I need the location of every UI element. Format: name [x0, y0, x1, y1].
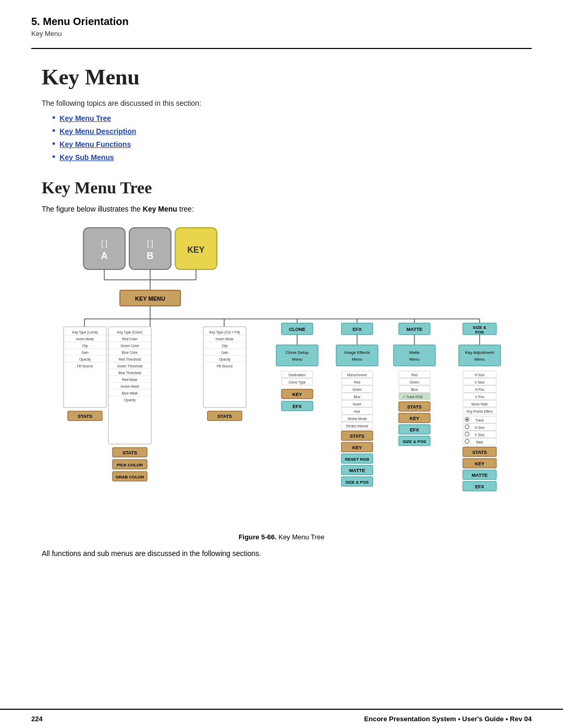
- svg-text:EFX: EFX: [475, 484, 484, 489]
- svg-text:Red Mask: Red Mask: [122, 378, 138, 381]
- svg-text:Opacity: Opacity: [219, 357, 231, 362]
- svg-text:Clone Type: Clone Type: [289, 380, 306, 385]
- svg-text:POS: POS: [475, 330, 485, 335]
- svg-text:STATS: STATS: [123, 450, 137, 455]
- svg-text:MATTE: MATTE: [407, 327, 422, 332]
- svg-text:EFX: EFX: [352, 327, 362, 332]
- breadcrumb: Key Menu: [31, 30, 532, 38]
- svg-text:[ ]: [ ]: [101, 239, 107, 248]
- svg-text:Blue Color: Blue Color: [122, 351, 138, 354]
- svg-text:Monochrome: Monochrome: [347, 373, 367, 377]
- svg-text:KEY: KEY: [292, 392, 302, 397]
- svg-text:Red Threshold: Red Threshold: [119, 357, 141, 361]
- figure-intro: The figure below illustrates the Key Men…: [42, 205, 521, 213]
- section-title: 5. Menu Orientation: [31, 16, 532, 28]
- svg-text:Rate: Rate: [476, 440, 483, 444]
- svg-text:STATS: STATS: [78, 414, 92, 419]
- svg-text:Green Color: Green Color: [120, 344, 139, 348]
- closing-text: All functions and sub menus are discusse…: [42, 549, 521, 558]
- svg-text:Menu: Menu: [409, 357, 420, 362]
- svg-point-176: [465, 432, 469, 436]
- svg-text:STATS: STATS: [217, 414, 232, 419]
- svg-text:Green Mask: Green Mask: [120, 385, 139, 388]
- svg-text:✓: ✓: [402, 395, 406, 399]
- svg-text:KEY: KEY: [475, 461, 485, 466]
- svg-text:Opacity: Opacity: [79, 357, 91, 362]
- svg-text:Fill Source: Fill Source: [77, 364, 93, 368]
- svg-text:Track RGB: Track RGB: [406, 395, 423, 399]
- svg-text:Matte: Matte: [409, 350, 420, 355]
- svg-point-173: [465, 425, 469, 429]
- svg-text:STATS: STATS: [472, 450, 487, 455]
- key-menu-tree-link[interactable]: Key Menu Tree: [59, 114, 111, 122]
- svg-text:Invert: Invert: [353, 402, 361, 406]
- svg-text:KEY: KEY: [352, 445, 362, 450]
- svg-text:Green Threshold: Green Threshold: [117, 364, 143, 368]
- svg-text:STATS: STATS: [350, 434, 364, 439]
- svg-text:Move Rate: Move Rate: [471, 402, 488, 406]
- figure-caption: Figure 5-66. Key Menu Tree: [42, 533, 521, 541]
- svg-text:EFX: EFX: [292, 404, 302, 409]
- svg-text:Blue Mask: Blue Mask: [122, 391, 138, 395]
- svg-text:Green: Green: [410, 380, 419, 384]
- svg-rect-129: [394, 345, 435, 366]
- svg-text:Key Type (Cut + Fill): Key Type (Cut + Fill): [210, 330, 240, 335]
- svg-text:Destination: Destination: [289, 373, 306, 377]
- svg-text:Menu: Menu: [474, 357, 485, 362]
- svg-text:Gain: Gain: [221, 351, 228, 354]
- tree-diagram: [ ] A [ ] B KEY KEY MENU: [52, 223, 511, 527]
- svg-text:Clone Setup: Clone Setup: [286, 350, 309, 355]
- svg-text:KEY: KEY: [410, 416, 420, 421]
- svg-text:H Size: H Size: [474, 426, 485, 429]
- svg-text:Clip: Clip: [222, 344, 228, 348]
- list-item: Key Sub Menus: [52, 152, 521, 163]
- svg-text:MATTE: MATTE: [349, 468, 365, 473]
- intro-text: The following topics are discussed in th…: [42, 99, 521, 107]
- svg-text:SIZE & POS: SIZE & POS: [346, 480, 370, 485]
- svg-rect-153: [459, 345, 500, 366]
- svg-text:A: A: [101, 251, 108, 261]
- svg-text:[ ]: [ ]: [147, 239, 153, 248]
- svg-text:Fill Source: Fill Source: [217, 364, 233, 368]
- svg-text:Key Frame Effect: Key Frame Effect: [467, 410, 493, 414]
- svg-text:Invert Mode: Invert Mode: [76, 337, 94, 341]
- key-menu-desc-link[interactable]: Key Menu Description: [59, 127, 136, 135]
- svg-text:Invert Mode: Invert Mode: [216, 337, 234, 341]
- svg-text:Hue: Hue: [354, 410, 360, 413]
- svg-text:Track: Track: [475, 418, 484, 422]
- svg-text:GRAB COLOR: GRAB COLOR: [116, 475, 144, 479]
- key-menu-func-link[interactable]: Key Menu Functions: [59, 140, 131, 149]
- key-sub-menus-link[interactable]: Key Sub Menus: [59, 153, 114, 162]
- svg-text:V Size: V Size: [475, 433, 485, 437]
- list-item: Key Menu Functions: [52, 139, 521, 150]
- subsection-title: Key Menu Tree: [42, 178, 521, 198]
- svg-text:MATTE: MATTE: [472, 473, 487, 478]
- svg-text:Blue: Blue: [411, 388, 418, 391]
- svg-text:Opacity: Opacity: [124, 398, 136, 402]
- svg-point-179: [465, 439, 469, 443]
- svg-text:Strobe Mode: Strobe Mode: [347, 417, 367, 421]
- toc-list: Key Menu Tree Key Menu Description Key M…: [52, 113, 521, 163]
- main-content: Key Menu The following topics are discus…: [0, 49, 563, 589]
- svg-text:Red: Red: [354, 380, 360, 384]
- svg-text:Key Type (Color): Key Type (Color): [117, 330, 143, 335]
- svg-text:RESET RGB: RESET RGB: [345, 457, 370, 462]
- svg-text:Red Color: Red Color: [122, 337, 138, 341]
- svg-text:Blue Threshold: Blue Threshold: [118, 371, 141, 375]
- svg-text:Menu: Menu: [352, 357, 362, 362]
- svg-text:Key Adjustment: Key Adjustment: [465, 350, 494, 355]
- svg-text:CLONE: CLONE: [289, 327, 305, 332]
- svg-rect-97: [336, 345, 378, 366]
- svg-text:Menu: Menu: [292, 357, 302, 362]
- svg-text:PICK COLOR: PICK COLOR: [117, 463, 143, 467]
- svg-text:V Size: V Size: [475, 380, 485, 384]
- svg-text:SIZE &: SIZE &: [473, 325, 486, 330]
- svg-point-170: [466, 418, 468, 421]
- svg-text:B: B: [147, 251, 154, 261]
- svg-text:H Pos: H Pos: [475, 388, 484, 391]
- page-footer: 224 Encore Presentation System • User's …: [0, 709, 563, 728]
- svg-text:Green: Green: [352, 388, 362, 391]
- svg-text:Blue: Blue: [353, 395, 360, 399]
- list-item: Key Menu Tree: [52, 113, 521, 124]
- list-item: Key Menu Description: [52, 126, 521, 137]
